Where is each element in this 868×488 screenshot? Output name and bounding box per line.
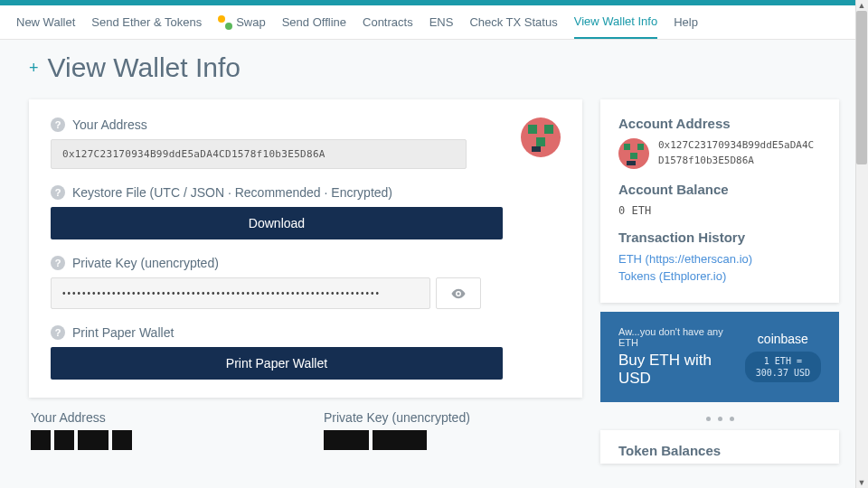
main-nav: New Wallet Send Ether & Tokens Swap Send…: [0, 5, 868, 40]
promo-headline: Buy ETH with USD: [618, 352, 734, 388]
account-address-title: Account Address: [618, 116, 821, 131]
identicon-avatar: [521, 117, 561, 157]
nav-send-offline[interactable]: Send Offline: [282, 6, 346, 38]
promo-subtext: Aw...you don't have any ETH: [618, 326, 734, 348]
address-readonly-field[interactable]: 0x127C23170934B99ddE5aDA4CD1578f10b3E5D8…: [51, 139, 467, 169]
buy-eth-promo[interactable]: Aw...you don't have any ETH Buy ETH with…: [600, 312, 839, 402]
token-balances-title: Token Balances: [618, 443, 821, 458]
scrollbar-thumb[interactable]: [856, 11, 867, 164]
nav-ens[interactable]: ENS: [429, 6, 454, 38]
nav-help[interactable]: Help: [674, 6, 698, 38]
page-title: View Wallet Info: [48, 52, 241, 83]
account-balance-title: Account Balance: [618, 182, 821, 197]
nav-new-wallet[interactable]: New Wallet: [16, 6, 75, 38]
nav-label: Swap: [236, 15, 266, 29]
qr-section: Your Address Private Key (unencrypted): [29, 410, 582, 450]
scroll-down-arrow-icon[interactable]: ▼: [855, 477, 868, 488]
help-icon[interactable]: ?: [51, 325, 65, 340]
download-keystore-button[interactable]: Download: [51, 207, 503, 239]
nav-view-wallet[interactable]: View Wallet Info: [574, 5, 658, 39]
paper-wallet-section-label: Print Paper Wallet: [72, 325, 174, 340]
qr-address-code: [31, 430, 288, 450]
qr-private-key-label: Private Key (unencrypted): [324, 410, 580, 425]
wallet-details-card: ? Your Address 0x127C23170934B99ddE5aDA4…: [29, 99, 582, 398]
scrollbar[interactable]: ▲ ▼: [855, 0, 868, 488]
promo-brand: coinbase: [745, 332, 821, 346]
nav-label: Help: [674, 15, 698, 29]
account-balance-value: 0 ETH: [618, 204, 821, 217]
nav-label: Check TX Status: [469, 15, 557, 29]
nav-label: New Wallet: [16, 15, 75, 29]
page-title-row: + View Wallet Info: [29, 52, 839, 83]
nav-swap[interactable]: Swap: [218, 6, 266, 39]
keystore-section-label: Keystore File (UTC / JSON · Recommended …: [72, 185, 392, 200]
identicon-avatar-small: [618, 138, 649, 169]
token-balances-card: Token Balances: [600, 430, 839, 464]
account-address-value: 0x127C23170934B99ddE5aDA4CD1578f10b3E5D8…: [658, 138, 814, 168]
print-paper-wallet-button[interactable]: Print Paper Wallet: [51, 347, 503, 380]
qr-address-label: Your Address: [31, 410, 288, 425]
nav-label: Send Offline: [282, 15, 346, 29]
expand-plus-icon[interactable]: +: [29, 59, 39, 78]
etherscan-link[interactable]: ETH (https://etherscan.io): [618, 252, 821, 266]
help-icon[interactable]: ?: [51, 256, 65, 270]
nav-label: View Wallet Info: [574, 14, 658, 28]
promo-pagination-dots[interactable]: [600, 417, 839, 421]
qr-private-key-code: [324, 430, 580, 450]
nav-label: ENS: [429, 15, 454, 29]
ethplorer-link[interactable]: Tokens (Ethplorer.io): [618, 269, 821, 283]
help-icon[interactable]: ?: [51, 117, 65, 132]
swap-icon: [218, 15, 232, 30]
nav-contracts[interactable]: Contracts: [363, 6, 413, 38]
nav-check-tx[interactable]: Check TX Status: [469, 6, 557, 38]
help-icon[interactable]: ?: [51, 185, 65, 200]
nav-label: Send Ether & Tokens: [91, 15, 202, 29]
private-key-masked-field[interactable]: ••••••••••••••••••••••••••••••••••••••••…: [51, 277, 430, 309]
account-summary-card: Account Address 0x127C23170934B99ddE5aDA…: [600, 99, 839, 303]
nav-label: Contracts: [363, 15, 413, 29]
address-section-label: Your Address: [72, 117, 147, 132]
promo-rate-pill: 1 ETH =300.37 USD: [745, 352, 821, 382]
scroll-up-arrow-icon[interactable]: ▲: [855, 0, 868, 11]
transaction-history-title: Transaction History: [618, 230, 821, 245]
eye-icon: [450, 286, 467, 302]
nav-send-ether[interactable]: Send Ether & Tokens: [91, 6, 202, 38]
reveal-private-key-button[interactable]: [436, 277, 481, 309]
private-key-section-label: Private Key (unencrypted): [72, 256, 219, 270]
